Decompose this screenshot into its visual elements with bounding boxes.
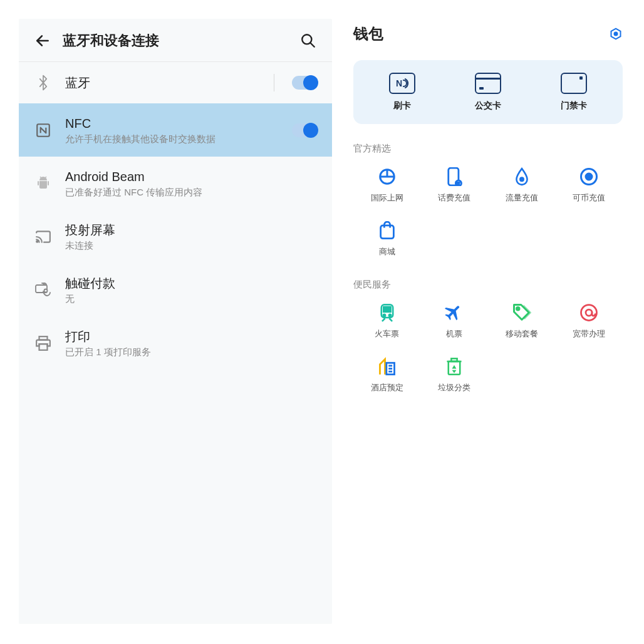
setting-title: NFC: [65, 115, 286, 132]
plane-icon: [444, 302, 465, 323]
setting-subtitle: 未连接: [65, 240, 317, 252]
item-label: 商城: [379, 246, 395, 257]
svg-point-32: [516, 308, 519, 311]
svg-rect-27: [383, 307, 391, 312]
search-button[interactable]: [299, 32, 317, 49]
item-label: 国际上网: [371, 192, 403, 204]
setting-tap-pay[interactable]: 触碰付款 无: [19, 263, 332, 316]
print-icon: [34, 334, 53, 353]
item-label: 话费充值: [438, 192, 470, 204]
settings-hex-button[interactable]: [609, 27, 623, 41]
setting-text: Android Beam 已准备好通过 NFC 传输应用内容: [65, 168, 317, 199]
setting-bluetooth[interactable]: 蓝牙: [19, 62, 332, 103]
item-flight[interactable]: 机票: [421, 302, 489, 340]
item-broadband[interactable]: 宽带办理: [556, 302, 623, 340]
svg-rect-12: [39, 344, 48, 350]
at-icon: [578, 302, 600, 323]
item-label: 移动套餐: [506, 328, 538, 340]
arrow-left-icon: [34, 33, 51, 49]
item-label: 酒店预定: [371, 382, 403, 393]
setting-text: 投射屏幕 未连接: [65, 221, 317, 252]
item-hotel[interactable]: 酒店预定: [353, 356, 421, 393]
building-icon: [377, 356, 398, 377]
nfc-icon: [34, 121, 53, 140]
back-button[interactable]: [34, 32, 51, 49]
svg-rect-25: [380, 226, 393, 239]
train-icon: [377, 302, 398, 323]
section-services-title: 便民服务: [353, 279, 623, 291]
item-mall[interactable]: 商城: [353, 220, 421, 257]
setting-text: 触碰付款 无: [65, 274, 317, 305]
drop-icon: [511, 166, 532, 187]
settings-title: 蓝牙和设备连接: [63, 31, 299, 50]
item-label: 可币充值: [573, 192, 605, 204]
svg-line-31: [389, 318, 392, 321]
setting-android-beam[interactable]: Android Beam 已准备好通过 NFC 传输应用内容: [19, 157, 332, 210]
svg-text:N: N: [396, 78, 402, 88]
item-train[interactable]: 火车票: [353, 302, 421, 340]
item-coin-recharge[interactable]: 可币充值: [556, 166, 623, 204]
access-card-icon: [561, 73, 587, 94]
setting-title: Android Beam: [65, 168, 317, 185]
wallet-header: 钱包: [353, 24, 623, 44]
svg-point-14: [615, 33, 618, 36]
phone-recharge-icon: ¥: [444, 166, 465, 187]
svg-rect-4: [38, 181, 39, 185]
svg-rect-41: [452, 358, 457, 361]
item-label: 宽带办理: [573, 328, 605, 340]
setting-title: 打印: [65, 328, 317, 345]
svg-point-33: [581, 305, 597, 321]
svg-rect-5: [48, 181, 49, 185]
recycle-bin-icon: [444, 356, 465, 377]
services-grid: 火车票 机票 移动套餐 宽带办理 酒店预定 垃圾分类: [353, 302, 623, 393]
item-label: 流量充值: [506, 192, 538, 204]
nfc-toggle[interactable]: [292, 123, 317, 137]
settings-panel: 蓝牙和设备连接 蓝牙 NFC 允许手机在接触其他设备时交换数据 Androi: [19, 19, 332, 624]
svg-line-7: [45, 177, 46, 178]
card-label: 门禁卡: [561, 100, 587, 112]
svg-point-24: [586, 174, 592, 180]
wallet-panel: 钱包 N 刷卡 公交卡 门禁卡 官方精选 国际上: [332, 0, 644, 644]
cast-icon: [34, 227, 53, 246]
setting-nfc[interactable]: NFC 允许手机在接触其他设备时交换数据: [19, 103, 332, 157]
item-trash[interactable]: 垃圾分类: [421, 356, 489, 393]
setting-subtitle: 允许手机在接触其他设备时交换数据: [65, 133, 286, 145]
card-label: 公交卡: [475, 100, 501, 112]
android-icon: [34, 174, 53, 193]
settings-header: 蓝牙和设备连接: [19, 19, 332, 62]
item-mobile-plan[interactable]: 移动套餐: [488, 302, 556, 340]
setting-text: 打印 已开启 1 项打印服务: [65, 328, 317, 358]
setting-subtitle: 无: [65, 293, 317, 305]
svg-point-22: [520, 178, 523, 181]
setting-title: 投射屏幕: [65, 221, 317, 239]
bluetooth-icon: [34, 73, 53, 92]
bluetooth-toggle[interactable]: [292, 76, 317, 90]
setting-title: 蓝牙: [65, 74, 274, 91]
item-intl-net[interactable]: 国际上网: [353, 166, 421, 204]
svg-line-2: [310, 43, 314, 47]
tag-icon: [511, 302, 532, 323]
svg-text:¥: ¥: [457, 181, 460, 186]
setting-text: 蓝牙: [65, 74, 274, 91]
svg-point-29: [389, 314, 391, 316]
divider: [274, 74, 274, 91]
globe-icon: [377, 166, 398, 187]
setting-title: 触碰付款: [65, 274, 317, 292]
item-data-recharge[interactable]: 流量充值: [488, 166, 556, 204]
card-transit[interactable]: 公交卡: [475, 73, 501, 112]
search-icon: [300, 33, 316, 49]
card-swipe[interactable]: N 刷卡: [389, 73, 415, 112]
official-grid: 国际上网 ¥ 话费充值 流量充值 可币充值 商城: [353, 166, 623, 257]
svg-point-28: [383, 314, 385, 316]
svg-point-34: [586, 309, 592, 316]
card-access[interactable]: 门禁卡: [561, 73, 587, 112]
svg-line-6: [40, 177, 41, 178]
setting-print[interactable]: 打印 已开启 1 项打印服务: [19, 316, 332, 370]
setting-cast[interactable]: 投射屏幕 未连接: [19, 210, 332, 263]
setting-subtitle: 已开启 1 项打印服务: [65, 346, 317, 358]
svg-point-10: [44, 289, 48, 292]
svg-line-30: [382, 318, 385, 321]
item-phone-recharge[interactable]: ¥ 话费充值: [421, 166, 489, 204]
swipe-card-icon: N: [389, 73, 415, 94]
transit-card-icon: [475, 73, 501, 94]
